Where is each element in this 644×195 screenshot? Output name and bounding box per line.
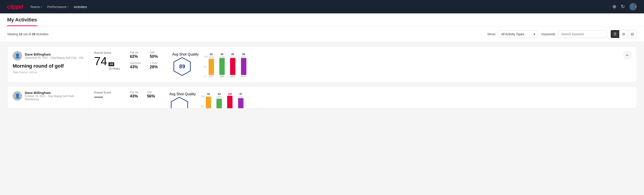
score-holes: 18 Holes	[108, 67, 120, 70]
user-info: 👤 Dave Billingham December 05, 2021 - Go…	[13, 51, 88, 60]
refresh-icon[interactable]: ↻	[621, 4, 625, 10]
avatar-chevron: ▾	[635, 5, 636, 8]
gir-stats-2: GIR 56%	[147, 91, 155, 108]
fw-hit-value: 62%	[130, 54, 141, 59]
compact-view-button[interactable]: ▤	[628, 30, 637, 38]
card-left-2: 👤 Dave Billingham October 16, 2021 - Gog…	[13, 91, 88, 104]
data-source: Data Source: Arccos	[13, 71, 88, 74]
user-name: Dave Billingham	[25, 52, 83, 56]
card-left: 👤 Dave Billingham December 05, 2021 - Go…	[13, 51, 88, 74]
main-content: 👤 Dave Billingham December 05, 2021 - Go…	[0, 42, 644, 116]
up-down: Up/Down 43%	[130, 62, 141, 70]
bar-arg-label: ARG	[230, 76, 235, 78]
bar-ott: 85 OTT	[209, 53, 214, 78]
bar-ott-fill	[209, 59, 214, 75]
bar-arg-fill	[230, 58, 236, 75]
user-date: December 05, 2021 - Gog Magog Golf Club …	[25, 56, 83, 59]
navbar: clippd Teams ▾ Performance ▾ Activities …	[0, 0, 644, 14]
gir-value: 50%	[150, 54, 158, 59]
gir: GIR 50%	[150, 51, 158, 59]
bar-app-container	[219, 56, 225, 75]
nav-item-activities[interactable]: Activities	[74, 3, 87, 10]
activity-card-2: 👤 Dave Billingham October 16, 2021 - Gog…	[7, 86, 637, 108]
nav-item-performance[interactable]: Performance ▾	[47, 3, 68, 10]
bar-chart-section: 100 50 0 85 OTT	[204, 51, 623, 78]
hex-badge: 89	[172, 56, 192, 76]
card-stats: Round Score 74 +4 18 Holes FW Hit 62% Up…	[88, 51, 623, 78]
activity-title: Morning round of golf	[13, 63, 88, 69]
fw-stats-2: FW Hit 43%	[130, 91, 138, 108]
gir-stats: GIR 50% 1 Putt 28%	[150, 51, 158, 78]
hex-badge-2	[169, 96, 190, 108]
avatar: 👤	[13, 51, 22, 60]
activity-type-select-wrapper: All Activity Types	[498, 30, 538, 38]
avatar[interactable]: 👤 ▾	[629, 3, 637, 10]
bar-ott-value: 85	[210, 53, 213, 56]
bar-app: 90 APP	[219, 53, 225, 78]
bar2-app: 83 APP	[216, 92, 222, 108]
user-name-2: Dave Billingham	[25, 91, 88, 94]
nav-right: ⊕ ↻ 👤 ▾	[612, 3, 637, 10]
nav-item-teams[interactable]: Teams ▾	[30, 3, 42, 10]
bar-putt: 89 PUTT	[241, 53, 246, 78]
add-icon[interactable]: ⊕	[612, 4, 616, 10]
up-down-label: Up/Down	[130, 62, 141, 65]
bar-putt-container	[241, 56, 246, 75]
up-down-value: 43%	[130, 65, 141, 70]
bar-chart-section-2: 100 50 0 94 OTT	[201, 91, 631, 108]
bar-ott-label: OTT	[209, 76, 214, 78]
search-input[interactable]	[558, 30, 607, 38]
bar2-arg: 106 ARG	[227, 92, 232, 108]
user-info-2: 👤 Dave Billingham October 16, 2021 - Gog…	[13, 91, 88, 101]
bar-putt-value: 89	[242, 53, 245, 56]
avatar-icon: 👤	[630, 4, 635, 9]
bar-arg-container	[230, 56, 236, 75]
filter-bar: Viewing 12 out of 29 Activities Show: Al…	[0, 26, 644, 42]
bar-putt-fill	[241, 58, 246, 75]
keywords-label: Keywords:	[542, 32, 556, 36]
avg-label-2: Avg Shot Quality	[169, 92, 196, 96]
one-putt-label: 1 Putt	[150, 62, 158, 65]
viewing-prefix: Viewing	[7, 32, 19, 36]
bar-arg-value: 89	[232, 53, 234, 56]
chevron-down-icon: ▾	[41, 6, 42, 8]
chevron-down-icon: ▾	[68, 6, 68, 8]
bar-chart: 100 50 0 85 OTT	[204, 51, 623, 78]
bar-app-value: 90	[221, 53, 223, 56]
svg-marker-1	[171, 97, 188, 108]
round-score-value: 74 +4 18 Holes	[94, 55, 121, 70]
viewing-count: 12	[19, 32, 22, 36]
list-view-button[interactable]: ☰	[611, 30, 620, 38]
one-putt: 1 Putt 28%	[150, 62, 158, 70]
fw-stats: FW Hit 62% Up/Down 43%	[130, 51, 141, 78]
avg-shot-quality-label: Avg Shot Quality	[172, 52, 198, 56]
hex-score: 89	[179, 63, 185, 70]
round-score-group: Round Score 74 +4 18 Holes	[94, 51, 121, 78]
page-header: My Activities	[0, 14, 644, 26]
y-axis: 100 50 0	[204, 56, 209, 78]
bar-ott-container	[209, 56, 214, 75]
nav-items: Teams ▾ Performance ▾ Activities	[30, 3, 605, 10]
shot-quality-2: Avg Shot Quality 100 50 0	[164, 91, 631, 108]
bar-app-label: APP	[220, 76, 224, 78]
bar-chart-2: 100 50 0 94 OTT	[201, 91, 631, 108]
fw-hit-label: FW Hit	[130, 51, 141, 54]
fw-hit: FW Hit 62%	[130, 51, 141, 59]
grid-view-button[interactable]: ⊞	[620, 30, 628, 38]
card-stats-2: Round Score FW Hit 43% GIR 56% Avg	[88, 91, 631, 108]
edit-button[interactable]: ✏	[623, 51, 631, 59]
bars: 85 OTT 90	[209, 56, 623, 78]
one-putt-value: 28%	[150, 65, 158, 70]
score-placeholder	[94, 97, 103, 98]
user-avatar-icon: 👤	[15, 53, 20, 58]
logo: clippd	[7, 3, 23, 10]
round-score-group-2: Round Score	[94, 91, 121, 108]
round-score-label-2: Round Score	[94, 91, 121, 94]
bar-app-fill	[219, 58, 225, 75]
viewing-total: 29	[32, 32, 36, 36]
score-badge: +4	[108, 62, 114, 66]
activity-type-select[interactable]: All Activity Types	[498, 30, 538, 38]
shot-quality-section: Avg Shot Quality 89 100 50 0	[167, 51, 623, 78]
user-date-2: October 16, 2021 - Gog Magog Golf Club -…	[25, 94, 88, 101]
activity-card: 👤 Dave Billingham December 05, 2021 - Go…	[7, 46, 637, 82]
